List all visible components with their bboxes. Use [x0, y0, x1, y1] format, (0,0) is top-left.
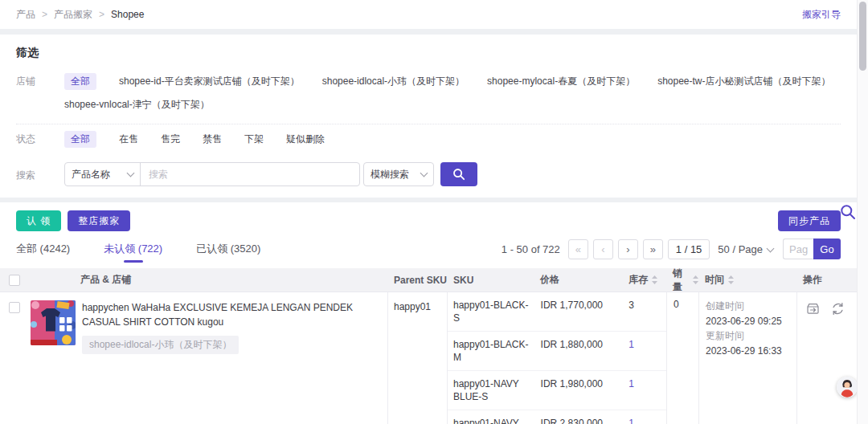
- table-body: happychen WaHaHa EXCLUSIVE KEMEJA LENGAN…: [0, 292, 857, 424]
- column-header[interactable]: 时间: [699, 273, 797, 287]
- filter-option[interactable]: 全部: [64, 131, 96, 148]
- product-list-panel: 认 领 整店搬家 同步产品 全部 (4242)未认领 (722)已认领 (352…: [0, 202, 857, 424]
- stock-value[interactable]: 1: [622, 371, 666, 410]
- filter-option[interactable]: shopee-vnlocal-津宁（及时下架）: [64, 96, 210, 113]
- stock-value[interactable]: 1: [622, 410, 666, 424]
- whole-store-move-button[interactable]: 整店搬家: [68, 210, 130, 231]
- products-table: 产品 & 店铺Parent SKUSKU价格库存销量时间操作 happychen…: [0, 268, 857, 424]
- search-input[interactable]: [141, 163, 359, 186]
- row-check-cell: [0, 292, 29, 424]
- filter-option[interactable]: shopee-mylocal-春夏（及时下架）: [487, 73, 635, 90]
- claim-box-icon[interactable]: [805, 302, 821, 316]
- move-guide-link[interactable]: 搬家引导: [802, 8, 841, 22]
- go-button[interactable]: Go: [813, 238, 841, 259]
- product-info: happychen WaHaHa EXCLUSIVE KEMEJA LENGAN…: [82, 300, 373, 424]
- sku-value: happy01-NAVY BLUE-S: [448, 371, 534, 410]
- column-header[interactable]: 库存: [623, 273, 667, 287]
- price-value: IDR 2,830,000: [534, 410, 623, 424]
- column-header: 操作: [797, 273, 855, 287]
- column-header-label: 时间: [705, 273, 724, 287]
- next-page-button[interactable]: ›: [618, 239, 638, 259]
- filter-panel: 筛选 店铺全部shopee-id-平台卖家测试店铺（及时下架）shopee-id…: [0, 35, 857, 198]
- sales-cell: 0: [667, 292, 699, 424]
- stock-value[interactable]: 1: [622, 332, 666, 370]
- column-header-label: 库存: [628, 273, 648, 287]
- filter-option[interactable]: shopee-tw-店小秘测试店铺（及时下架）: [657, 73, 830, 90]
- pagination: 1 - 50 of 722 « ‹ › » 1 / 15 50 / Page G…: [502, 238, 841, 259]
- filter-option[interactable]: 禁售: [203, 131, 222, 148]
- page-goto: Go: [783, 238, 841, 259]
- select-all-checkbox[interactable]: [9, 275, 20, 286]
- sort-carets-icon: [651, 275, 658, 285]
- filter-option[interactable]: 全部: [64, 73, 96, 90]
- filter-option[interactable]: shopee-id-平台卖家测试店铺（及时下架）: [119, 73, 300, 90]
- column-header-label: 销量: [673, 267, 689, 294]
- price-value: IDR 1,770,000: [534, 292, 623, 331]
- filter-row: 店铺全部shopee-id-平台卖家测试店铺（及时下架）shopee-idloc…: [16, 67, 841, 124]
- created-time-value: 2023-06-29 09:25: [706, 314, 793, 329]
- breadcrumb: 产品>产品搬家>Shopee: [16, 8, 144, 22]
- result-tab[interactable]: 全部 (4242): [16, 242, 70, 263]
- page-size-select[interactable]: 50 / Page: [718, 243, 773, 255]
- stock-value: 3: [622, 292, 666, 331]
- search-row: 搜索 产品名称 模糊搜索: [16, 162, 841, 186]
- filter-option[interactable]: 下架: [244, 131, 264, 148]
- product-title[interactable]: happychen WaHaHa EXCLUSIVE KEMEJA LENGAN…: [82, 300, 373, 329]
- result-tab[interactable]: 未认领 (722): [104, 242, 162, 263]
- search-field-value: 产品名称: [72, 168, 110, 181]
- chevron-down-icon: [127, 169, 135, 177]
- result-tab[interactable]: 已认领 (3520): [196, 242, 260, 263]
- prev-page-button[interactable]: ‹: [593, 239, 613, 259]
- breadcrumb-item[interactable]: 产品: [16, 8, 35, 22]
- sort-carets-icon: [727, 275, 735, 285]
- filter-option[interactable]: 疑似删除: [286, 131, 325, 148]
- search-button[interactable]: [440, 162, 477, 186]
- chevron-down-icon: [767, 244, 775, 252]
- first-page-button[interactable]: «: [568, 239, 588, 259]
- column-header-label: SKU: [453, 275, 473, 286]
- filter-title: 筛选: [16, 46, 841, 60]
- page-jump-input[interactable]: [783, 238, 813, 259]
- search-mode-select[interactable]: 模糊搜索: [363, 162, 434, 186]
- created-time-label: 创建时间: [706, 299, 793, 314]
- sku-group: happy01-BLACK-SIDR 1,770,0003happy01-BLA…: [448, 292, 667, 424]
- column-header[interactable]: 销量: [667, 267, 699, 294]
- breadcrumb-item[interactable]: 产品搬家: [54, 8, 92, 22]
- sku-row: happy01-NAVY BLUE-SIDR 1,980,0001: [448, 371, 666, 410]
- price-value: IDR 1,980,000: [534, 371, 623, 410]
- filter-option[interactable]: 售完: [161, 131, 180, 148]
- search-compound: 产品名称: [64, 162, 360, 186]
- parent-sku-cell: happy01: [388, 292, 448, 424]
- support-avatar[interactable]: [837, 377, 858, 398]
- product-image: [31, 300, 76, 345]
- floating-search-button[interactable]: [839, 203, 857, 223]
- page-size-value: 50 / Page: [718, 243, 763, 255]
- column-header-label: 产品 & 店铺: [80, 273, 131, 287]
- sync-products-button[interactable]: 同步产品: [778, 210, 841, 231]
- sku-row: happy01-NAVY BLUE-MIDR 2,830,0001: [448, 410, 666, 424]
- search-icon: [452, 167, 466, 181]
- column-header-label: 操作: [803, 273, 822, 287]
- search-field-select[interactable]: 产品名称: [65, 163, 141, 186]
- search-label: 搜索: [16, 167, 64, 182]
- filter-row-label: 店铺: [16, 73, 64, 88]
- filter-option[interactable]: shopee-idlocal-小玮（及时下架）: [322, 73, 465, 90]
- price-value: IDR 1,880,000: [534, 332, 623, 370]
- result-tabs: 全部 (4242)未认领 (722)已认领 (3520): [16, 238, 294, 259]
- last-page-button[interactable]: »: [643, 239, 663, 259]
- row-checkbox[interactable]: [9, 302, 20, 313]
- scrollbar-thumb[interactable]: [859, 2, 866, 71]
- toolbar: 认 领 整店搬家 同步产品: [0, 210, 857, 231]
- sync-refresh-icon[interactable]: [831, 302, 845, 316]
- filter-row-label: 状态: [16, 131, 64, 146]
- sku-value: happy01-BLACK-M: [448, 332, 534, 370]
- table-header-row: 产品 & 店铺Parent SKUSKU价格库存销量时间操作: [0, 268, 857, 292]
- filter-row: 状态全部在售售完禁售下架疑似删除: [16, 124, 841, 154]
- sku-value: happy01-BLACK-S: [448, 292, 534, 331]
- filter-option[interactable]: 在售: [119, 131, 138, 148]
- claim-button[interactable]: 认 领: [16, 210, 61, 231]
- search-mode-value: 模糊搜索: [371, 168, 409, 181]
- filter-options: 全部shopee-id-平台卖家测试店铺（及时下架）shopee-idlocal…: [64, 73, 841, 113]
- chevron-down-icon: [420, 169, 428, 177]
- sku-value: happy01-NAVY BLUE-M: [448, 410, 534, 424]
